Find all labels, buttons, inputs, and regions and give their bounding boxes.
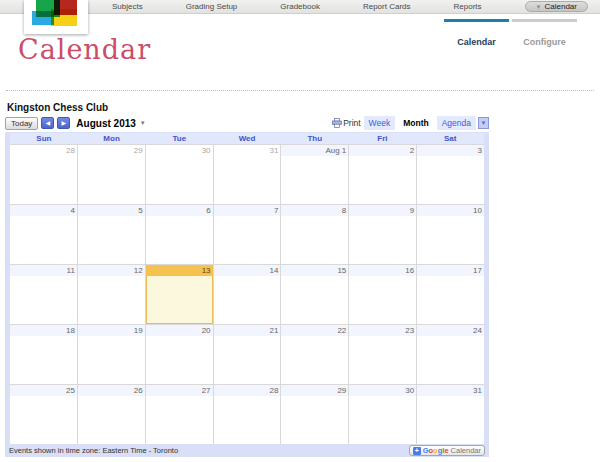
calendar-day-cell[interactable]: 20 xyxy=(146,325,214,384)
calendar-day-cell[interactable]: 27 xyxy=(146,385,214,444)
calendar-day-cell[interactable]: 19 xyxy=(78,325,146,384)
print-label: Print xyxy=(343,118,360,128)
app-logo[interactable] xyxy=(24,0,88,34)
calendar-week-row: 11121314151617 xyxy=(10,264,484,324)
calendar-day-cell[interactable]: 22 xyxy=(281,325,349,384)
calendar-day-cell[interactable]: 17 xyxy=(417,265,484,324)
calendar-widget: Kingston Chess Club Today ◀ ▶ August 201… xyxy=(5,102,489,457)
day-header-thu: Thu xyxy=(281,133,349,144)
tab-calendar[interactable]: Calendar xyxy=(444,19,509,49)
calendar-day-cell[interactable]: 25 xyxy=(10,385,78,444)
date-number: 11 xyxy=(10,265,77,276)
date-number: 31 xyxy=(417,385,484,396)
calendar-day-cell[interactable]: 15 xyxy=(281,265,349,324)
calendar-grid-frame: Sun Mon Tue Wed Thu Fri Sat 28293031Aug … xyxy=(5,132,489,444)
date-number: 12 xyxy=(78,265,145,276)
tab-configure[interactable]: Configure xyxy=(512,19,577,49)
day-header-fri: Fri xyxy=(349,133,417,144)
calendar-day-cell[interactable]: 4 xyxy=(10,205,78,264)
calendar-day-cell[interactable]: 26 xyxy=(78,385,146,444)
calendar-day-cell[interactable]: 28 xyxy=(10,145,78,204)
nav-report-cards[interactable]: Report Cards xyxy=(363,2,411,11)
nav-gradebook[interactable]: Gradebook xyxy=(280,2,320,11)
date-number: 17 xyxy=(417,265,484,276)
calendar-day-cell[interactable]: 5 xyxy=(78,205,146,264)
calendar-week-row: 45678910 xyxy=(10,204,484,264)
date-number: 9 xyxy=(349,205,416,216)
print-icon xyxy=(332,118,342,128)
date-number: 19 xyxy=(78,325,145,336)
calendar-day-cell[interactable]: 2 xyxy=(349,145,417,204)
today-button[interactable]: Today xyxy=(5,117,38,130)
day-header-sun: Sun xyxy=(10,133,78,144)
date-number: 30 xyxy=(146,145,213,156)
calendar-day-cell[interactable]: 21 xyxy=(214,325,282,384)
calendar-day-cell[interactable]: 24 xyxy=(417,325,484,384)
month-dropdown-icon[interactable]: ▼ xyxy=(140,120,146,126)
calendar-day-cell[interactable]: 30 xyxy=(349,385,417,444)
date-number: 16 xyxy=(349,265,416,276)
nav-calendar-button[interactable]: ▼ Calendar xyxy=(525,1,588,12)
calendar-week-row: 18192021222324 xyxy=(10,324,484,384)
calendar-day-cell[interactable]: 8 xyxy=(281,205,349,264)
calendar-toolbar: Today ◀ ▶ August 2013 ▼ Print Week Month… xyxy=(5,115,489,131)
date-number: 29 xyxy=(78,145,145,156)
logo-yellow-square xyxy=(51,9,77,26)
arrow-left-icon: ◀ xyxy=(46,120,51,126)
date-number: 4 xyxy=(10,205,77,216)
prev-month-button[interactable]: ◀ xyxy=(41,117,54,129)
chevron-down-icon: ▼ xyxy=(481,120,487,126)
date-number: 2 xyxy=(349,145,416,156)
date-number: 20 xyxy=(146,325,213,336)
calendar-day-cell[interactable]: 11 xyxy=(10,265,78,324)
calendar-day-cell[interactable]: 16 xyxy=(349,265,417,324)
date-number: 5 xyxy=(78,205,145,216)
nav-subjects[interactable]: Subjects xyxy=(112,2,143,11)
current-month-label[interactable]: August 2013 xyxy=(76,118,135,129)
nav-grading-setup[interactable]: Grading Setup xyxy=(186,2,238,11)
calendar-day-cell[interactable]: Aug 1 xyxy=(281,145,349,204)
page-tabs: Calendar Configure xyxy=(444,19,577,49)
date-number: 25 xyxy=(10,385,77,396)
calendar-day-cell[interactable]: 23 xyxy=(349,325,417,384)
print-button[interactable]: Print xyxy=(332,118,360,128)
nav-reports[interactable]: Reports xyxy=(454,2,482,11)
calendar-day-cell[interactable]: 7 xyxy=(214,205,282,264)
agenda-dropdown-button[interactable]: ▼ xyxy=(478,117,489,129)
date-number: 7 xyxy=(214,205,281,216)
next-month-button[interactable]: ▶ xyxy=(57,117,70,129)
date-number: 27 xyxy=(146,385,213,396)
date-number: 15 xyxy=(281,265,348,276)
calendar-day-cell[interactable]: 31 xyxy=(417,385,484,444)
date-number: 24 xyxy=(417,325,484,336)
page-title: Calendar xyxy=(18,34,151,65)
calendar-day-cell[interactable]: 28 xyxy=(214,385,282,444)
calendar-day-cell[interactable]: 9 xyxy=(349,205,417,264)
plus-icon: + xyxy=(413,447,421,455)
calendar-day-cell[interactable]: 29 xyxy=(78,145,146,204)
calendar-week-row: 28293031Aug 123 xyxy=(10,144,484,204)
calendar-day-cell[interactable]: 29 xyxy=(281,385,349,444)
google-calendar-badge[interactable]: + Google Calendar xyxy=(409,445,485,456)
calendar-day-cell[interactable]: 18 xyxy=(10,325,78,384)
calendar-day-cell[interactable]: 30 xyxy=(146,145,214,204)
view-agenda-button[interactable]: Agenda xyxy=(437,116,476,130)
calendar-day-cell[interactable]: 10 xyxy=(417,205,484,264)
day-header-wed: Wed xyxy=(213,133,281,144)
calendar-day-cell-today[interactable]: 13 xyxy=(146,265,214,324)
view-week-button[interactable]: Week xyxy=(364,116,396,130)
calendar-day-cell[interactable]: 14 xyxy=(214,265,282,324)
google-calendar-label: Calendar xyxy=(451,446,481,455)
calendar-day-cell[interactable]: 12 xyxy=(78,265,146,324)
day-header-row: Sun Mon Tue Wed Thu Fri Sat xyxy=(10,133,484,144)
calendar-day-cell[interactable]: 6 xyxy=(146,205,214,264)
calendar-title: Kingston Chess Club xyxy=(7,102,489,113)
tab-calendar-indicator xyxy=(444,19,509,22)
page-header: Calendar Calendar Configure xyxy=(0,14,600,90)
calendar-day-cell[interactable]: 31 xyxy=(214,145,282,204)
arrow-right-icon: ▶ xyxy=(62,120,67,126)
date-number: 13 xyxy=(146,265,213,276)
calendar-day-cell[interactable]: 3 xyxy=(417,145,484,204)
day-header-tue: Tue xyxy=(145,133,213,144)
view-month-button[interactable]: Month xyxy=(398,116,434,130)
